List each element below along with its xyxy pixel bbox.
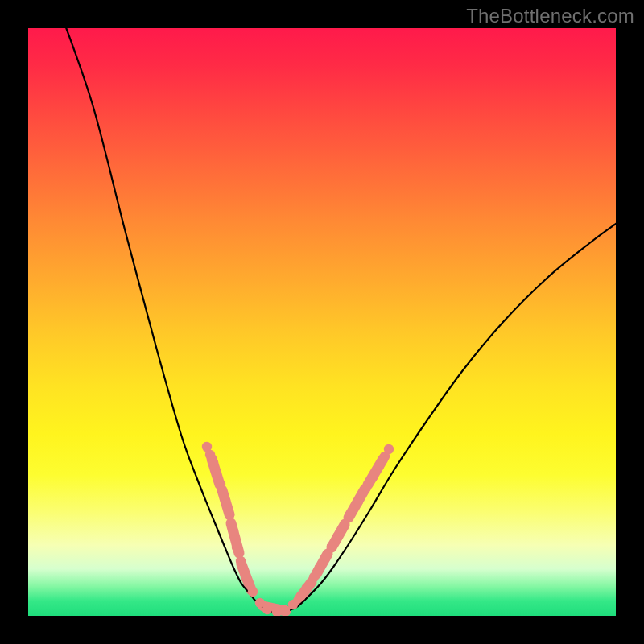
bottleneck-curve — [60, 28, 616, 613]
highlight-dot — [221, 496, 230, 506]
watermark-text: TheBottleneck.com — [466, 5, 634, 27]
highlight-dot — [280, 605, 290, 615]
highlight-dot — [332, 532, 342, 542]
highlight-dot — [361, 483, 371, 493]
highlight-pills-group — [212, 459, 383, 611]
highlight-dot — [309, 572, 319, 582]
highlight-dot — [315, 563, 324, 572]
highlight-dot — [345, 510, 355, 519]
highlight-dot — [208, 458, 218, 468]
highlight-dot — [212, 469, 221, 478]
highlight-dot — [229, 526, 238, 536]
chart-svg — [28, 28, 616, 616]
highlight-dots-group — [202, 442, 394, 616]
highlight-dot — [302, 583, 312, 592]
highlight-dot — [327, 542, 336, 551]
outer-frame: TheBottleneck.com — [0, 0, 644, 644]
highlight-dot — [216, 480, 225, 489]
highlight-dot — [296, 591, 306, 601]
highlight-dot — [368, 473, 378, 482]
plot-area — [28, 28, 616, 616]
highlight-dot — [232, 543, 242, 552]
highlight-dot — [353, 497, 363, 506]
highlight-dot — [321, 552, 331, 562]
highlight-dot — [248, 587, 258, 597]
highlight-dot — [236, 556, 246, 566]
highlight-dot — [374, 461, 384, 471]
highlight-dot — [384, 444, 394, 454]
highlight-dot — [288, 600, 298, 609]
highlight-dot — [225, 510, 234, 520]
highlight-dot — [262, 605, 272, 614]
highlight-dot — [340, 519, 349, 529]
highlight-dot — [241, 572, 250, 582]
